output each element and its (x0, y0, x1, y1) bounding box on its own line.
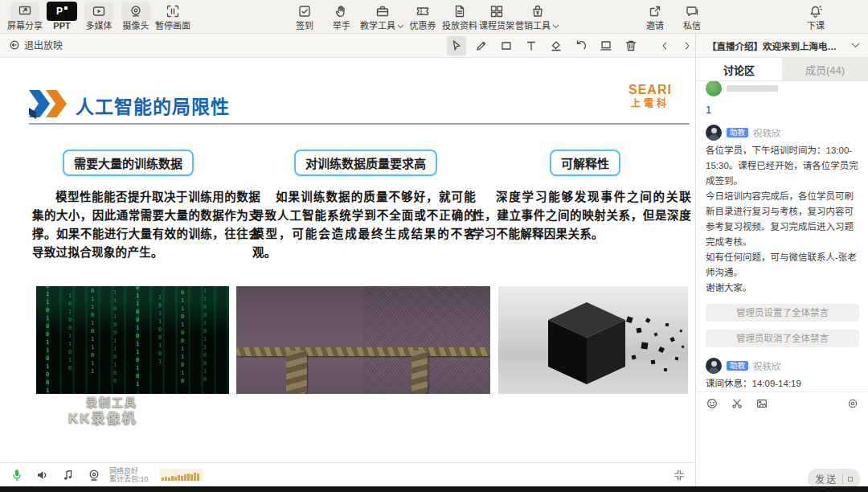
slide-canvas[interactable]: 人工智能的局限性 SEARI 上電科 需要大量的训练数据 对训练数据质量要求高 … (0, 58, 695, 462)
toolbar-end-class[interactable]: 下课 (797, 0, 834, 34)
teaching-tools-icon (375, 2, 390, 21)
materials-icon (452, 2, 467, 21)
toolbar-pause-screen[interactable]: 暂停画面 (154, 0, 191, 34)
image-button[interactable] (755, 397, 768, 410)
heading-box-2: 对训练数据质量要求高 (294, 150, 437, 176)
avatar (706, 125, 722, 141)
drawing-toolbar (447, 36, 641, 55)
avatar (706, 358, 722, 374)
toolbar-marketing-tools[interactable]: 营销工具 (515, 0, 559, 34)
webcam-button[interactable] (87, 468, 101, 482)
network-quality: 网络良好 (109, 467, 149, 475)
chevron-down-icon[interactable] (851, 43, 860, 48)
chat-sidebar: 【直播介绍】欢迎来到上海电器... 讨论区 成员(44) 1 助教 祝轶欣 各位… (695, 34, 868, 492)
toolbar-materials[interactable]: 投放资料 (441, 0, 478, 34)
chevron-right-icon (682, 40, 693, 51)
toolbar-coupon[interactable]: 优惠券 (404, 0, 441, 34)
ppt-icon: P (47, 2, 77, 21)
top-toolbar: 屏幕分享 P PPT 多媒体 摄像头 暂停画面 (0, 0, 868, 34)
prev-slide-button[interactable] (655, 36, 674, 55)
microphone-button[interactable] (10, 468, 24, 482)
course-shelf-icon (489, 2, 504, 21)
text-tool[interactable] (522, 36, 541, 55)
chat-message-header: 助教 祝轶欣 (706, 357, 859, 375)
toolbar-private-message[interactable]: 私信 (674, 0, 710, 34)
whiteboard-tool[interactable] (596, 36, 616, 55)
network-history-bars (160, 469, 203, 482)
toolbar-label: 下课 (807, 21, 825, 31)
music-button[interactable] (61, 468, 76, 482)
avatar (706, 81, 722, 96)
toolbar-label: 摄像头 (123, 21, 149, 31)
screenshot-scissors-button[interactable] (731, 397, 743, 410)
column-body-3: 深度学习能够发现事件之间的关联性，建立事件之间的映射关系，但是深度学习不能解释因… (473, 188, 691, 244)
chat-message-header: 助教 祝轶欣 (706, 124, 859, 141)
toolbar-label: 教学工具 (360, 21, 404, 31)
cursor-tool[interactable] (447, 36, 466, 55)
chat-username-truncated (727, 85, 778, 92)
chat-settings-gear-icon[interactable] (846, 397, 859, 410)
exit-slideshow-button[interactable]: 退出放映 (8, 38, 63, 51)
toolbar-label: 课程货架 (479, 21, 514, 31)
chat-toolbar (696, 392, 868, 414)
marketing-tools-icon (530, 2, 545, 21)
toolbar-ppt[interactable]: P PPT (43, 0, 80, 34)
seari-logo: SEARI 上電科 (628, 84, 672, 109)
tab-discussion[interactable]: 讨论区 (696, 58, 782, 80)
pause-screen-icon (166, 2, 180, 21)
rectangle-tool[interactable] (497, 36, 516, 55)
toolbar-label: 私信 (683, 21, 701, 31)
collapse-panel-icon[interactable] (673, 469, 686, 482)
rope-quality-compare-image (236, 286, 490, 394)
toolbar-screen-share[interactable]: 屏幕分享 (6, 0, 43, 34)
screen-share-icon (10, 2, 39, 21)
assistant-badge: 助教 (727, 361, 748, 371)
packet-loss: 累计丢包:10 (109, 475, 149, 483)
system-message: 管理员取消了全体禁言 (706, 330, 859, 347)
live-class-window: 屏幕分享 P PPT 多媒体 摄像头 暂停画面 (0, 0, 868, 492)
send-divider (842, 474, 843, 484)
chevron-down-icon (552, 24, 559, 29)
invite-icon (648, 2, 662, 21)
eraser-tool[interactable] (547, 36, 566, 55)
toolbar-label: 暂停画面 (155, 21, 190, 31)
media-icon (84, 2, 113, 21)
delete-annotations-tool[interactable] (621, 36, 641, 55)
toolbar-label: 邀请 (646, 21, 664, 31)
toolbar-course-shelf[interactable]: 课程货架 (478, 0, 515, 34)
toolbar-label: 投放资料 (442, 21, 477, 31)
heading-box-3: 可解释性 (550, 150, 620, 176)
matrix-code-image (36, 286, 229, 394)
chat-username: 祝轶欣 (753, 126, 781, 139)
toolbar-invite[interactable]: 邀请 (637, 0, 674, 34)
toolbar-teaching-tools[interactable]: 教学工具 (360, 0, 404, 34)
toolbar-camera[interactable]: 摄像头 (117, 0, 154, 34)
toolbar-label: 屏幕分享 (7, 21, 43, 31)
pencil-tool[interactable] (472, 36, 491, 55)
watermark-line1: 录制工具 (86, 396, 137, 410)
toolbar-check-in[interactable]: 签到 (286, 0, 323, 34)
sidebar-tabs: 讨论区 成员(44) (696, 58, 868, 81)
recorder-watermark: 录制工具 KK录像机 (68, 396, 137, 427)
toolbar-label: 营销工具 (515, 21, 559, 31)
room-title-row[interactable]: 【直播介绍】欢迎来到上海电器... (696, 34, 868, 58)
logo-cjk: 上電科 (628, 99, 672, 109)
presentation-bar: 退出放映 (0, 34, 695, 58)
emoji-button[interactable] (706, 397, 719, 410)
check-in-icon (297, 2, 312, 21)
send-options-icon[interactable] (848, 477, 853, 482)
chat-message-list[interactable]: 1 助教 祝轶欣 各位学员，下午培训时间为：13:00-15:30。课程已经开始… (696, 81, 868, 392)
chat-message-input[interactable] (696, 414, 868, 464)
end-class-icon (809, 2, 823, 21)
column-body-1: 模型性能能否提升取决于训练用的数据集的大小，因此通常需要大量的数据作为支撑。如果… (32, 188, 260, 262)
toolbar-media[interactable]: 多媒体 (80, 0, 117, 34)
coupon-icon (416, 2, 430, 21)
tab-members[interactable]: 成员(44) (782, 58, 868, 80)
exit-slideshow-icon (8, 39, 21, 51)
next-slide-button[interactable] (678, 36, 697, 55)
toolbar-raise-hand[interactable]: 举手 (323, 0, 360, 34)
chat-message-text: 各位学员，下午培训时间为：13:00-15:30。课程已经开始，请各位学员完成签… (706, 143, 859, 296)
undo-tool[interactable] (571, 36, 591, 55)
speaker-button[interactable] (35, 468, 50, 482)
raise-hand-icon (334, 2, 349, 21)
